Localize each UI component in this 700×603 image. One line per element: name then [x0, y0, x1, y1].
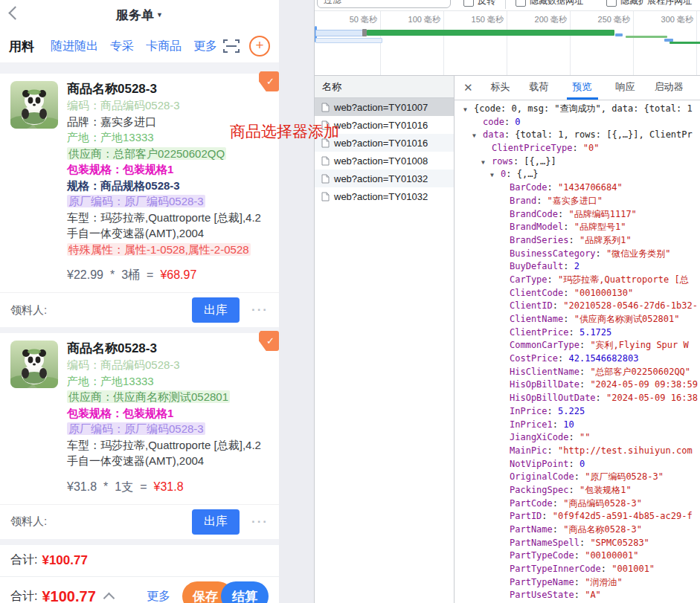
scan-icon[interactable] [222, 39, 240, 54]
json-key: BarCode [510, 182, 548, 193]
json-tree-line: PartTypeInnerCode: "001001" [455, 563, 700, 576]
tab-special-purchase[interactable]: 专采 [110, 39, 134, 54]
request-row[interactable]: web?action=TY01032 [315, 170, 454, 187]
expand-arrow-icon[interactable]: ▼ [490, 169, 494, 182]
more-link[interactable]: 更多 [147, 589, 170, 603]
waterfall-bar-waiting [315, 30, 365, 36]
json-key: ClientName [510, 314, 563, 324]
request-row[interactable]: web?action=TY01008 [315, 152, 454, 170]
hide-extension-urls-checkbox[interactable] [606, 0, 617, 7]
json-value: "品牌编码1117" [568, 209, 636, 219]
outbound-button[interactable]: 出库 [192, 297, 240, 323]
json-key: Brand [510, 196, 536, 206]
json-value: "0" [583, 143, 600, 153]
more-actions-icon[interactable]: ··· [251, 303, 269, 317]
product-field-supplier: 供应商：供应商名称测试052801 [67, 390, 230, 403]
filter-input[interactable] [317, 0, 451, 8]
json-value: "总部客户02250602QQ" [590, 367, 690, 377]
json-tree-line[interactable]: ▼data: {total: 1, rows: [{,…}], ClientPr [455, 129, 700, 142]
request-row[interactable]: web?action=TY01032 [315, 187, 454, 205]
product-card[interactable]: 商品名称0528-3 编码：商品编码0528-3产地：产地13333供应商：供应… [0, 333, 279, 504]
request-row[interactable]: web?action=TY01007 [315, 98, 454, 116]
product-card[interactable]: 商品名称0528-3 编码：商品编码0528-3品牌：嘉实多进口产地：产地133… [0, 74, 279, 292]
json-key: PartTypeName [510, 577, 574, 587]
tab-in-out[interactable]: 随进随出 [51, 39, 98, 54]
invert-checkbox[interactable] [463, 0, 474, 7]
network-timeline[interactable]: 50 毫秒 100 毫秒 150 毫秒 200 毫秒 250 毫秒 300 毫秒 [315, 11, 700, 76]
subtotal-label: 合计: [10, 552, 37, 568]
json-colon: : [574, 471, 585, 482]
json-value: "001000130" [574, 288, 633, 298]
name-column-header[interactable]: 名称 [315, 76, 454, 98]
add-product-icon[interactable]: + [249, 36, 270, 57]
json-key: ClientID [510, 300, 553, 311]
tab-card-product[interactable]: 卡商品 [146, 39, 182, 54]
hide-data-urls-checkbox[interactable] [516, 0, 526, 7]
collapse-caret-icon[interactable] [103, 592, 115, 603]
json-tree-line: PartName: "商品名称0528-3" [455, 523, 700, 537]
json-colon: : [572, 143, 582, 153]
product-field-code: 编码：商品编码0528-3 [67, 358, 180, 371]
equals-sign: = [147, 268, 153, 282]
json-colon: : [563, 222, 574, 232]
json-value: "商品名称0528-3" [563, 524, 642, 535]
expand-arrow-icon[interactable]: ▼ [481, 156, 485, 170]
json-key: JiangXiCode [510, 432, 568, 442]
json-value: "2024-05-09 09:38:59 [590, 379, 698, 390]
json-key: PartName [510, 524, 553, 535]
json-tree-line: PartCode: "商品编码0528-3" [455, 497, 700, 511]
tab-headers[interactable]: 标头 [489, 76, 512, 100]
json-tree-line[interactable]: ▼rows: [{,…}] [455, 155, 700, 169]
app-tab-bar: 用料 随进随出 专采 卡商品 更多 + [0, 30, 279, 63]
json-key: PackingSpec [510, 485, 568, 495]
filter-separator [505, 0, 506, 9]
tab-payload[interactable]: 载荷 [528, 76, 550, 100]
json-value: "1434706684" [558, 182, 623, 193]
json-colon: : [563, 261, 574, 271]
title-dropdown-icon[interactable]: ▼ [156, 11, 163, 19]
checkout-button[interactable]: 结算 [221, 581, 269, 603]
quantity: 3桶 [121, 268, 140, 283]
json-colon: : [553, 300, 563, 311]
json-tree-line: OriginalCode: "原厂编码0528-3" [455, 471, 700, 484]
close-icon[interactable]: ✕ [463, 76, 473, 100]
total-label: 合计: [10, 589, 37, 603]
outbound-button[interactable]: 出库 [192, 509, 240, 535]
json-value: {,…} [517, 169, 539, 179]
json-tree-line[interactable]: ▼0: {,…} [455, 168, 700, 181]
hide-data-urls-group: 隐藏数据网址 [516, 0, 583, 7]
section-divider [0, 63, 279, 74]
json-colon: : [542, 511, 552, 521]
tab-more[interactable]: 更多 [193, 39, 217, 54]
product-field-purple: 原厂编码：原厂编码0528-3 [67, 422, 205, 435]
json-value: 42.1546682803 [568, 353, 638, 364]
expand-arrow-icon[interactable]: ▼ [463, 103, 467, 117]
json-value: "" [579, 432, 590, 442]
json-value: "2024-05-09 16:38 [606, 393, 698, 403]
json-colon: : [504, 117, 515, 127]
json-tree-line: HisClientName: "总部客户02250602QQ" [455, 366, 700, 379]
back-chevron-icon[interactable] [8, 6, 22, 19]
json-key: PartID [510, 511, 542, 521]
subtotal-value: ¥100.77 [42, 553, 87, 568]
tab-materials[interactable]: 用料 [9, 38, 34, 55]
json-value: "A" [585, 590, 601, 600]
product-field-plain: 车型：玛莎拉蒂,Quattroporte [总裁],4.2 手自一体变速器(AM… [67, 439, 261, 468]
tab-preview[interactable]: 预览 [567, 76, 598, 100]
tab-initiator[interactable]: 启动器 [653, 76, 685, 100]
json-value: "微信业务类别" [606, 248, 670, 259]
json-tree-line: PartNameSpell: "SPMC05283" [455, 537, 700, 550]
json-colon: : [548, 406, 558, 416]
json-value: "嘉实多进口" [548, 196, 603, 206]
json-colon: : [579, 538, 590, 548]
subtotal-row: 合计: ¥100.77 [0, 545, 279, 577]
page-title[interactable]: 服务单 [116, 7, 154, 24]
more-actions-icon[interactable]: ··· [251, 515, 269, 529]
json-colon: : [574, 550, 585, 561]
json-colon: : [563, 288, 574, 298]
json-tree-line: code: 0 [455, 116, 700, 129]
json-tree-line[interactable]: ▼{code: 0, msg: "查询成功", data: {total: 1 [455, 103, 700, 116]
product-field-row: 车型：玛莎拉蒂,Quattroporte [总裁],4.2 手自一体变速器(AM… [67, 210, 269, 242]
expand-arrow-icon[interactable]: ▼ [472, 129, 476, 143]
tab-response[interactable]: 响应 [614, 76, 637, 100]
